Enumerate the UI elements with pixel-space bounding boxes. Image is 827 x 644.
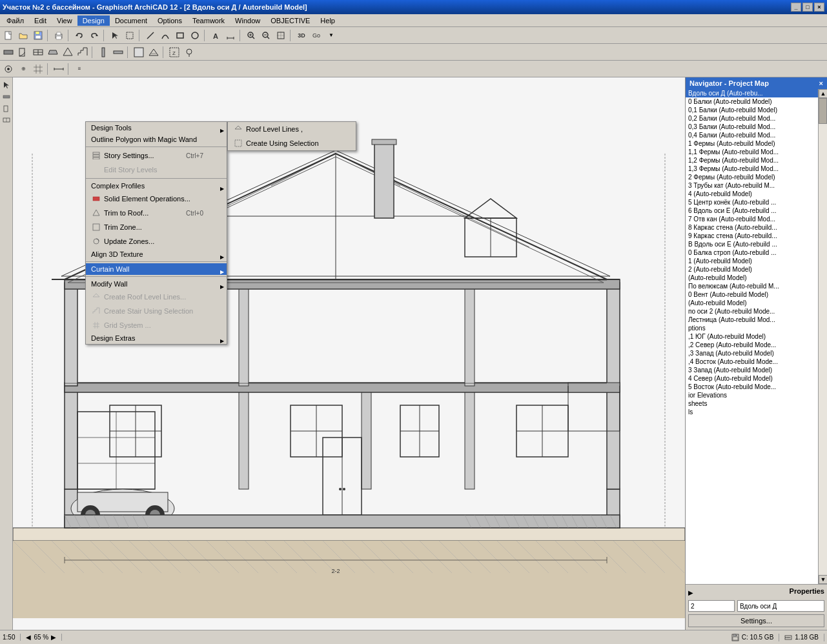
tb2-slab[interactable] [46,45,60,59]
menu-grid-system[interactable]: Grid System ... [86,318,227,332]
nav-scroll-track[interactable] [819,98,827,575]
tb-redo[interactable] [87,28,101,43]
nav-item-27[interactable]: ptions [686,324,818,332]
nav-item-36[interactable]: sheets [686,399,818,408]
nav-item-30[interactable]: ,3 Запад (Auto-rebuild Model) [686,349,818,357]
nav-item-7[interactable]: 1,2 Фермы (Auto-rebuild Mod... [686,156,818,165]
menu-outline-polygon[interactable]: Outline Polygon with Magic Wand [86,134,227,145]
tb-3d[interactable]: 3D [294,28,309,43]
nav-item-10[interactable]: 3 Трубы кат (Auto-rebuild M... [686,181,818,190]
tb3-measure[interactable] [52,62,66,76]
tb3-grid[interactable] [31,62,45,76]
tb-select[interactable] [123,28,137,43]
nav-item-15[interactable]: 8 Каркас стена (Auto-rebuild... [686,223,818,232]
tb2-lamp[interactable] [182,45,196,59]
menu-view[interactable]: View [52,15,77,26]
menu-objective[interactable]: OBJECTIVE [265,15,315,26]
nav-item-28[interactable]: ,1 ЮГ (Auto-rebuild Model) [686,332,818,341]
nav-item-33[interactable]: 4 Север (Auto-rebuild Model) [686,374,818,383]
menu-design-extras[interactable]: Design Extras [86,332,227,344]
nav-scroll-up[interactable]: ▲ [819,89,827,98]
tb-line[interactable] [143,28,158,43]
tb-zoom-out[interactable] [259,28,273,43]
nav-item-24[interactable]: (Auto-rebuild Model) [686,299,818,307]
nav-item-34[interactable]: 5 Восток (Auto-rebuild Mode... [686,383,818,391]
menu-trim-zone[interactable]: Trim Zone... [86,220,227,234]
titlebar-controls[interactable]: _ □ × [791,3,824,12]
tb2-beam[interactable] [111,45,125,59]
tb2-column[interactable] [96,45,110,59]
nav-item-16[interactable]: 9 Каркас стена (Auto-rebuild... [686,232,818,240]
menu-design-tools[interactable]: Design Tools [86,122,227,134]
nav-item-21[interactable]: (Auto-rebuild Model) [686,274,818,282]
nav-scroll-down[interactable]: ▼ [819,575,827,584]
nav-scroll-thumb[interactable] [819,98,827,124]
menu-create-roof-level[interactable]: Create Roof Level Lines... [86,290,227,304]
nav-item-25[interactable]: по оси 2 (Auto-rebuild Mode... [686,307,818,316]
nav-item-18[interactable]: 0 Балка строп (Auto-rebuild ... [686,248,818,257]
menu-trim-roof[interactable]: Trim to Roof... Ctrl+0 [86,206,227,220]
nav-item-12[interactable]: 5 Центр конёк (Auto-rebuild ... [686,198,818,206]
nav-prop-value-input[interactable] [737,600,824,612]
tb2-wall[interactable] [1,45,15,59]
tb-new[interactable] [1,28,15,43]
minimize-button[interactable]: _ [791,3,801,12]
navigator-list[interactable]: Вдоль оси Д (Auto-rebu... 0 Балки (Auto-… [686,89,818,584]
menu-help[interactable]: Help [315,15,340,26]
nav-item-19[interactable]: 1 (Auto-rebuild Model) [686,257,818,265]
maximize-button[interactable]: □ [802,3,813,12]
menu-document[interactable]: Document [110,15,152,26]
tb-goto-arrow[interactable]: ▼ [324,28,338,43]
tb-print[interactable] [52,28,66,43]
nav-settings-button[interactable]: Settings... [688,614,824,627]
nav-item-29[interactable]: ,2 Север (Auto-rebuild Mode... [686,341,818,349]
lp-door[interactable] [1,103,12,114]
tb-arrow[interactable] [108,28,122,43]
tb2-roof[interactable] [61,45,75,59]
nav-item-22[interactable]: По велюксам (Auto-rebuild M... [686,282,818,290]
nav-item-4[interactable]: 0,4 Балки (Auto-rebuild Mod... [686,131,818,139]
cw-roof-level-lines[interactable]: Roof Level Lines , [228,122,356,136]
tb3-snap[interactable] [1,62,15,76]
nav-item-3[interactable]: 0,3 Балки (Auto-rebuild Mod... [686,123,818,131]
tb-circle[interactable] [188,28,202,43]
menu-edit-story[interactable]: Edit Story Levels [86,163,227,177]
nav-item-26[interactable]: Лестница (Auto-rebuild Mod... [686,316,818,324]
tb-text[interactable]: A [209,28,223,43]
tb-rect[interactable] [173,28,187,43]
lp-window[interactable] [1,115,12,125]
nav-item-0[interactable]: 0 Балки (Auto-rebuild Model) [686,97,818,106]
tb2-zone[interactable]: Z [167,45,181,59]
nav-next-button[interactable]: ▶ [51,634,56,641]
nav-item-32[interactable]: 3 Запад (Auto-rebuild Model) [686,366,818,374]
menu-options[interactable]: Options [152,15,187,26]
tb2-window[interactable] [31,45,45,59]
menu-window[interactable]: Window [230,15,265,26]
close-button[interactable]: × [814,3,824,12]
lp-select[interactable] [1,80,12,90]
nav-prev-button[interactable]: ◀ [26,634,31,641]
nav-item-23[interactable]: 0 Вент (Auto-rebuild Model) [686,290,818,299]
menu-story-settings[interactable]: Story Settings... Ctrl+7 [86,148,227,163]
lp-wall[interactable] [1,92,12,102]
tb2-stair[interactable] [76,45,90,59]
cw-create-using-selection[interactable]: Create Using Selection [228,136,356,150]
menu-solid-element[interactable]: Solid Element Operations... [86,192,227,206]
tb2-door[interactable] [16,45,30,59]
menu-teamwork[interactable]: Teamwork [187,15,230,26]
menu-create-stair[interactable]: Create Stair Using Selection [86,304,227,318]
nav-item-31[interactable]: ,4 Восток (Auto-rebuild Mode... [686,357,818,366]
menu-file[interactable]: Файл [1,15,29,26]
nav-item-11[interactable]: 4 (Auto-rebuild Model) [686,190,818,198]
canvas-area[interactable]: 2-2 Design Tools Outline Polygon with Ma… [13,77,685,630]
nav-item-17[interactable]: В Вдоль оси Е (Auto-rebuild ... [686,240,818,248]
nav-item-6[interactable]: 1,1 Фермы (Auto-rebuild Mod... [686,148,818,156]
menu-edit[interactable]: Edit [29,15,52,26]
nav-item-35[interactable]: ior Elevations [686,391,818,399]
nav-item-2[interactable]: 0,2 Балки (Auto-rebuild Mod... [686,114,818,123]
nav-item-14[interactable]: 7 Отв кан (Auto-rebuild Mod... [686,215,818,223]
tb-save[interactable] [31,28,45,43]
nav-item-37[interactable]: ls [686,408,818,416]
nav-item-current[interactable]: Вдоль оси Д (Auto-rebu... [686,89,818,97]
tb3-ortho[interactable]: ⊕ [16,62,30,76]
